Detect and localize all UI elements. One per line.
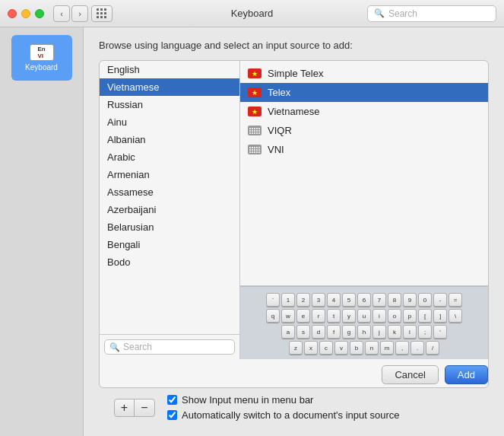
language-search-inner[interactable]: 🔍	[104, 339, 235, 355]
keyboard-key: h	[357, 325, 371, 339]
keyboard-key: -	[433, 293, 447, 307]
input-source-item-vietnamese[interactable]: ★Vietnamese	[240, 102, 488, 121]
keyboard-key: ;	[418, 325, 432, 339]
search-icon: 🔍	[109, 342, 120, 352]
keyboard-key: 6	[357, 293, 371, 307]
remove-source-button[interactable]: −	[135, 399, 154, 416]
keyboard-key: 2	[296, 293, 310, 307]
key-row: zxcvbnm,./	[245, 341, 483, 355]
dialog-bottom-bar: Cancel Add	[100, 359, 488, 387]
dialog-panel: EnglishVietnameseRussianAinuAlbanianArab…	[99, 60, 489, 388]
content-area: Browse using language and select an inpu…	[84, 27, 504, 436]
language-item-russian[interactable]: Russian	[100, 96, 239, 113]
checkboxes: Show Input menu in menu bar Automaticall…	[167, 394, 399, 421]
language-item-albanian[interactable]: Albanian	[100, 131, 239, 148]
plus-minus-controls: + −	[114, 399, 155, 417]
input-sources-list: ★Simple Telex★Telex★VietnameseVIQRVNI	[240, 61, 488, 285]
add-button[interactable]: Add	[445, 365, 488, 384]
keyboard-key: ]	[433, 309, 447, 323]
instruction-text: Browse using language and select an inpu…	[99, 40, 489, 51]
source-label-vietnamese: Vietnamese	[268, 106, 319, 117]
keyboard-key: 8	[388, 293, 401, 307]
auto-switch-checkbox[interactable]	[167, 410, 177, 420]
sidebar-item-keyboard[interactable]: EnVI Keyboard	[11, 35, 72, 81]
keyboard-key: x	[304, 341, 318, 355]
source-label-telex: Telex	[268, 87, 290, 98]
forward-button[interactable]: ›	[71, 5, 88, 22]
window-title: Keyboard	[231, 8, 274, 19]
keyboard-key: `	[266, 293, 280, 307]
keyboard-key: e	[296, 309, 310, 323]
language-item-assamese[interactable]: Assamese	[100, 183, 239, 201]
keyboard-key: f	[327, 325, 341, 339]
cancel-button[interactable]: Cancel	[382, 365, 438, 384]
input-source-item-viqr[interactable]: VIQR	[240, 121, 488, 140]
language-list: EnglishVietnameseRussianAinuAlbanianArab…	[100, 61, 239, 334]
show-input-menu-row[interactable]: Show Input menu in menu bar	[167, 394, 399, 406]
maximize-button[interactable]	[35, 9, 44, 18]
keyboard-key: \	[449, 309, 462, 323]
keyboard-key: 7	[372, 293, 386, 307]
language-item-bodo[interactable]: Bodo	[100, 253, 239, 271]
keyboard-preview: `1234567890-=qwertyuiop[]\asdfghjkl;'zxc…	[240, 286, 488, 359]
grid-button[interactable]	[91, 5, 113, 22]
source-icon-viqr	[248, 126, 262, 135]
keyboard-key: k	[388, 325, 401, 339]
keyboard-key: c	[319, 341, 333, 355]
language-item-english[interactable]: English	[100, 61, 239, 78]
keyboard-key: 3	[312, 293, 325, 307]
keyboard-key: 1	[281, 293, 295, 307]
source-label-vni: VNI	[268, 144, 284, 155]
keyboard-key: s	[296, 325, 310, 339]
back-button[interactable]: ‹	[53, 5, 70, 22]
sidebar-keyboard-icon: EnVI	[30, 44, 54, 61]
language-item-ainu[interactable]: Ainu	[100, 113, 239, 131]
keyboard-key: l	[403, 325, 417, 339]
language-item-vietnamese[interactable]: Vietnamese	[100, 78, 239, 96]
auto-switch-label: Automatically switch to a document's inp…	[182, 409, 399, 421]
show-input-menu-checkbox[interactable]	[167, 395, 177, 405]
keyboard-key: 4	[327, 293, 341, 307]
keyboard-key: j	[372, 325, 386, 339]
add-source-button[interactable]: +	[115, 399, 135, 416]
outer-bottom: + − Show Input menu in menu bar Automati…	[99, 388, 489, 428]
key-row: asdfghjkl;'	[245, 325, 483, 339]
language-list-container: EnglishVietnameseRussianAinuAlbanianArab…	[100, 61, 240, 359]
keyboard-key: g	[342, 325, 356, 339]
keyboard-key: =	[449, 293, 462, 307]
titlebar-search[interactable]: 🔍	[367, 5, 496, 22]
nav-buttons: ‹ ›	[53, 5, 88, 22]
source-label-viqr: VIQR	[268, 125, 292, 136]
minimize-button[interactable]	[21, 9, 30, 18]
input-source-item-telex[interactable]: ★Telex	[240, 83, 488, 102]
keyboard-key: v	[334, 341, 348, 355]
main-area: EnVI Keyboard Browse using language and …	[0, 27, 504, 436]
titlebar-search-input[interactable]	[388, 8, 490, 19]
language-item-armenian[interactable]: Armenian	[100, 166, 239, 183]
keyboard-key: o	[388, 309, 401, 323]
keyboard-key: q	[266, 309, 280, 323]
keyboard-key: z	[289, 341, 303, 355]
language-item-bengali[interactable]: Bengali	[100, 236, 239, 253]
source-label-simple-telex: Simple Telex	[268, 68, 323, 79]
auto-switch-row[interactable]: Automatically switch to a document's inp…	[167, 409, 399, 421]
keyboard-key: a	[281, 325, 295, 339]
language-search-input[interactable]	[123, 342, 230, 352]
language-item-belarusian[interactable]: Belarusian	[100, 218, 239, 236]
traffic-lights	[8, 9, 44, 18]
keyboard-key: ,	[395, 341, 409, 355]
input-source-item-vni[interactable]: VNI	[240, 140, 488, 159]
language-item-arabic[interactable]: Arabic	[100, 148, 239, 166]
close-button[interactable]	[8, 9, 17, 18]
input-source-item-simple-telex[interactable]: ★Simple Telex	[240, 64, 488, 83]
sidebar: EnVI Keyboard	[0, 27, 84, 436]
grid-icon	[97, 8, 107, 19]
keyboard-key: w	[281, 309, 295, 323]
keyboard-key: p	[403, 309, 417, 323]
panel-columns: EnglishVietnameseRussianAinuAlbanianArab…	[100, 61, 488, 359]
show-input-menu-label: Show Input menu in menu bar	[182, 394, 313, 406]
search-icon: 🔍	[374, 8, 385, 18]
keyboard-key: .	[410, 341, 424, 355]
language-item-azerbaijani[interactable]: Azerbaijani	[100, 201, 239, 218]
keyboard-key: u	[357, 309, 371, 323]
